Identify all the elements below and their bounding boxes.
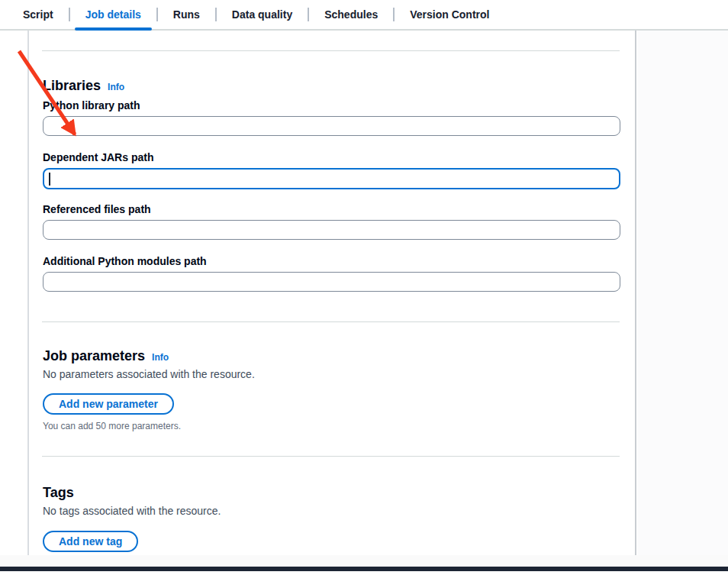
referenced-files-path-label: Referenced files path	[43, 203, 151, 215]
bottom-gutter	[0, 555, 728, 567]
job-parameters-empty-text: No parameters associated with the resour…	[43, 368, 255, 380]
job-parameters-info-link[interactable]: Info	[152, 352, 169, 363]
python-library-path-input[interactable]	[43, 116, 620, 136]
right-gutter	[638, 31, 728, 567]
text-cursor	[49, 173, 50, 186]
tab-runs[interactable]: Runs	[158, 0, 215, 29]
libraries-info-link[interactable]: Info	[108, 82, 124, 92]
job-parameters-title-text: Job parameters	[43, 348, 145, 364]
tab-bar: Script Job details Runs Data quality Sch…	[0, 0, 728, 31]
dependent-jars-path-input[interactable]	[43, 168, 620, 189]
tab-version-control[interactable]: Version Control	[395, 0, 504, 29]
python-library-path-label: Python library path	[43, 99, 140, 111]
tab-data-quality[interactable]: Data quality	[217, 0, 308, 29]
section-divider	[42, 321, 620, 322]
section-divider	[42, 50, 620, 51]
job-details-panel: Libraries Info Python library path Depen…	[27, 31, 636, 555]
libraries-title-text: Libraries	[43, 78, 101, 94]
add-new-tag-button[interactable]: Add new tag	[43, 531, 138, 552]
libraries-section-title: Libraries Info	[43, 78, 124, 94]
referenced-files-path-input[interactable]	[43, 220, 620, 240]
section-divider	[42, 456, 620, 457]
tab-script[interactable]: Script	[8, 0, 69, 29]
job-parameters-section-title: Job parameters Info	[43, 348, 169, 364]
dependent-jars-path-label: Dependent JARs path	[43, 151, 153, 163]
tab-schedules[interactable]: Schedules	[309, 0, 393, 29]
tags-section-title: Tags	[43, 485, 74, 501]
tags-title-text: Tags	[43, 485, 74, 501]
additional-python-modules-path-label: Additional Python modules path	[43, 255, 207, 267]
add-new-parameter-button[interactable]: Add new parameter	[43, 393, 174, 415]
tags-empty-text: No tags associated with the resource.	[43, 505, 221, 517]
additional-python-modules-path-input[interactable]	[43, 272, 620, 292]
job-parameters-helper-text: You can add 50 more parameters.	[43, 421, 181, 431]
tab-job-details[interactable]: Job details	[70, 0, 156, 29]
job-details-page: Script Job details Runs Data quality Sch…	[0, 0, 728, 575]
bottom-dark-bar	[0, 567, 728, 571]
